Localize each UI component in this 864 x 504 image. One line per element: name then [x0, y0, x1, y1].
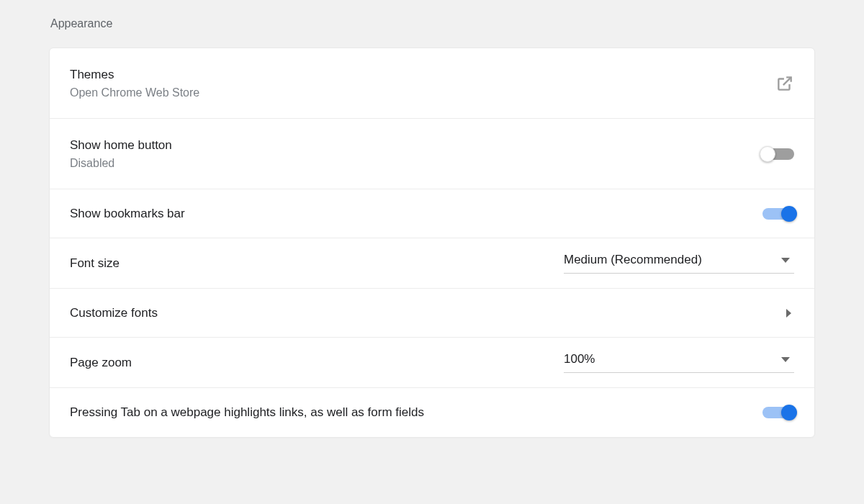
toggle-knob [760, 146, 775, 162]
row-bookmarks-bar: Show bookmarks bar [50, 189, 814, 238]
bookmarks-bar-toggle[interactable] [762, 208, 794, 220]
font-size-value: Medium (Recommended) [564, 253, 702, 267]
external-link-icon [775, 74, 794, 93]
page-zoom-title: Page zoom [70, 356, 132, 370]
row-font-size: Font size Medium (Recommended) [50, 238, 814, 289]
chevron-down-icon [781, 258, 790, 263]
toggle-knob [781, 206, 797, 222]
page-zoom-dropdown[interactable]: 100% [564, 352, 794, 373]
tab-highlight-toggle[interactable] [762, 407, 794, 418]
tab-highlight-title: Pressing Tab on a webpage highlights lin… [70, 405, 424, 420]
row-tab-highlight: Pressing Tab on a webpage highlights lin… [50, 388, 814, 437]
row-customize-fonts[interactable]: Customize fonts [50, 289, 814, 338]
row-themes[interactable]: Themes Open Chrome Web Store [50, 48, 814, 119]
customize-fonts-title: Customize fonts [70, 306, 158, 320]
section-title: Appearance [49, 17, 815, 30]
chevron-down-icon [781, 357, 790, 362]
font-size-title: Font size [70, 256, 120, 271]
themes-subtitle: Open Chrome Web Store [70, 86, 199, 99]
chevron-right-icon [786, 309, 791, 318]
bookmarks-bar-title: Show bookmarks bar [70, 207, 185, 221]
appearance-card: Themes Open Chrome Web Store Show home b… [49, 48, 815, 438]
font-size-dropdown[interactable]: Medium (Recommended) [564, 253, 794, 274]
row-home-button: Show home button Disabled [50, 119, 814, 189]
home-button-subtitle: Disabled [70, 157, 172, 170]
row-page-zoom: Page zoom 100% [50, 338, 814, 388]
page-zoom-value: 100% [564, 352, 595, 366]
home-button-toggle[interactable] [762, 148, 794, 160]
toggle-knob [781, 405, 797, 420]
home-button-title: Show home button [70, 138, 172, 153]
themes-title: Themes [70, 68, 199, 82]
